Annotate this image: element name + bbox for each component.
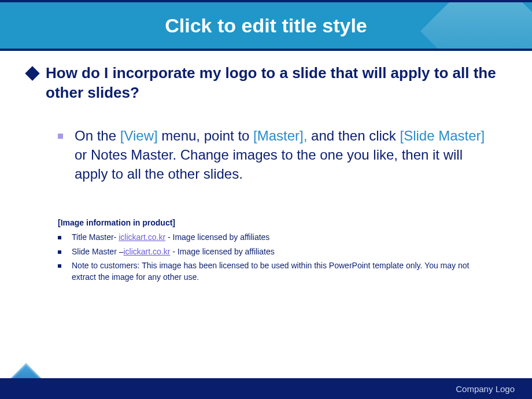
info-bullet-icon [58,264,61,268]
info-item: Title Master- iclickart.co.kr - Image li… [58,232,506,243]
info-suffix: - Image licensed by affiliates [165,232,269,242]
question-row: How do I incorporate my logo to a slide … [26,64,506,103]
answer-row: On the [View] menu, point to [Master], a… [58,126,506,183]
answer-part: menu, point to [158,128,253,143]
info-prefix: Slide Master – [72,247,123,256]
answer-part: and then click [307,128,400,143]
answer-part: On the [75,128,120,143]
info-heading: [Image information in product] [58,218,506,227]
info-link[interactable]: iclickart.co.kr [123,247,170,256]
info-link[interactable]: iclickart.co.kr [119,232,165,242]
question-text[interactable]: How do I incorporate my logo to a slide … [46,64,506,103]
square-bullet-icon [58,134,63,139]
company-logo-text: Company Logo [456,384,515,394]
info-item: Note to customers: This image has been l… [58,260,506,283]
highlight-view: [View] [120,128,158,143]
slide-header: Click to edit title style [0,0,532,51]
info-bullet-icon [58,250,61,254]
info-prefix: Note to customers: This image has been l… [72,261,469,282]
slide-footer: Company Logo [0,378,532,399]
diamond-bullet-icon [25,66,39,80]
info-bullet-icon [58,236,61,239]
highlight-slide-master: [Slide Master] [400,128,485,143]
info-text: Note to customers: This image has been l… [72,260,506,283]
info-text: Title Master- iclickart.co.kr - Image li… [72,232,304,243]
info-text: Slide Master –iclickart.co.kr - Image li… [72,246,309,258]
slide-content: How do I incorporate my logo to a slide … [0,51,532,283]
info-prefix: Title Master- [72,232,119,242]
slide-title[interactable]: Click to edit title style [165,14,367,37]
answer-part: or Notes Master. Change images to the on… [75,147,463,182]
info-item: Slide Master –iclickart.co.kr - Image li… [58,246,506,258]
info-suffix: - Image licensed by affiliates [170,247,274,256]
info-section: [Image information in product] Title Mas… [58,218,506,283]
highlight-master: [Master], [253,128,307,143]
answer-text[interactable]: On the [View] menu, point to [Master], a… [75,126,506,183]
